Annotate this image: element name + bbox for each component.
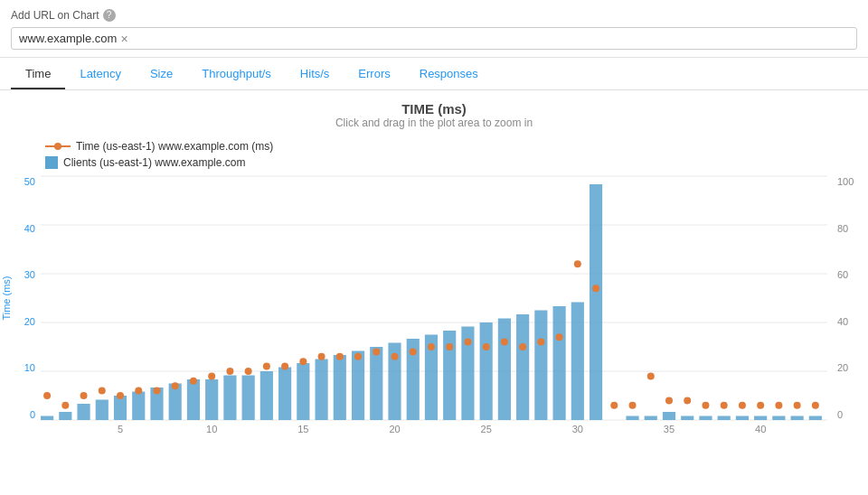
chart-bar [242,376,255,421]
chart-bar [187,379,200,420]
add-url-label: Add URL on Chart ? [11,9,857,22]
x-tick: 40 [755,424,766,434]
y-left-tick: 40 [24,223,35,234]
y-axis-left: Time (ms)50403020100 [0,176,41,420]
chart-bar [132,392,145,421]
chart-bar [278,368,291,421]
tab-hits[interactable]: Hits/s [286,60,344,89]
chart-dot [61,402,69,409]
chart-dot [446,343,453,350]
chart-bar [223,376,236,421]
y-right-tick: 60 [837,269,848,280]
add-url-text: Add URL on Chart [11,9,99,22]
y-right-tick: 40 [837,316,848,327]
legend-label: Time (us-east-1) www.example.com (ms) [76,140,273,153]
tabs-nav: TimeLatencySizeThroughput/sHits/sErrorsR… [0,60,868,90]
chart-dot [80,392,88,399]
chart-dot [464,339,471,346]
help-icon[interactable]: ? [103,9,116,22]
chart-dot [556,333,563,341]
chart-dot [318,353,326,360]
chart-dot [428,343,435,350]
chart-dot [190,378,197,385]
y-right-tick: 0 [837,409,843,420]
url-input-container: www.example.com × [11,27,857,50]
tab-time[interactable]: Time [11,60,65,89]
tab-throughput[interactable]: Throughput/s [187,60,286,89]
chart-dot [794,402,801,409]
y-left-tick: 0 [30,409,35,420]
chart-dot [172,382,179,389]
chart-svg [41,176,827,420]
chart-dot [299,358,307,365]
tab-errors[interactable]: Errors [344,60,404,89]
chart-dot [153,388,160,395]
chart-dot [665,397,673,404]
x-tick: 10 [206,424,217,434]
chart-dot [812,402,819,409]
chart-title: TIME (ms) [0,101,868,117]
chart-dot [684,397,691,404]
chart-dot [226,368,233,375]
x-tick: 30 [572,424,583,434]
chart-bar [553,306,566,420]
chart-dot [647,372,655,379]
chart-dot [629,402,637,409]
chart-plot[interactable] [41,176,827,420]
y-axis-right: Clients100806040200 [832,176,868,420]
chart-dot [263,363,270,370]
chart-bar [534,311,547,421]
chart-legend: Time (us-east-1) www.example.com (ms)Cli… [0,136,868,173]
chart-area: TIME (ms) Click and drag in the plot are… [0,101,868,447]
chart-dot [354,353,362,360]
y-left-tick: 30 [24,269,35,280]
chart-dot [537,339,544,346]
x-tick: 25 [481,424,492,434]
chart-dot [135,388,142,395]
x-tick: 5 [118,424,123,434]
y-left-tick: 50 [24,176,35,187]
url-value: www.example.com [19,32,117,45]
chart-bar [260,371,273,420]
y-left-label: Time (ms) [1,276,12,320]
tab-size[interactable]: Size [136,60,187,89]
chart-bar [114,396,127,420]
legend-bar-icon [45,156,58,169]
chart-dot [208,372,215,379]
tab-responses[interactable]: Responses [405,60,493,89]
chart-subtitle: Click and drag in the plot area to zoom … [0,117,868,129]
chart-bar [334,355,346,420]
chart-bar [205,379,218,420]
chart-dot [757,402,764,409]
chart-bar [480,322,493,420]
legend-label: Clients (us-east-1) www.example.com [63,156,245,169]
chart-dot [336,353,344,360]
chart-inner[interactable]: Time (ms)50403020100 Clients100806040200… [0,176,868,447]
x-tick: 15 [297,424,308,434]
x-tick: 20 [389,424,400,434]
y-right-tick: 80 [837,223,848,234]
chart-dot [392,353,399,360]
chart-dot [739,402,746,409]
chart-dot [574,260,581,267]
url-tag: www.example.com × [19,32,128,45]
chart-dot [501,339,508,346]
x-tick: 35 [664,424,675,434]
chart-bar [315,360,327,421]
legend-item: Clients (us-east-1) www.example.com [45,156,868,169]
chart-dot [117,392,124,399]
chart-bar [370,347,382,420]
url-tag-close[interactable]: × [120,33,127,45]
chart-dot [373,348,380,355]
chart-bar [571,303,584,421]
y-left-tick: 20 [24,316,35,327]
tab-latency[interactable]: Latency [65,60,136,89]
chart-dot [483,343,490,350]
chart-bar [516,314,529,420]
chart-dot [592,285,599,292]
chart-bar [352,351,364,421]
chart-dot [775,402,782,409]
chart-bar [498,319,511,421]
x-axis: 510152025303540 [41,420,827,447]
chart-dot [410,348,417,355]
